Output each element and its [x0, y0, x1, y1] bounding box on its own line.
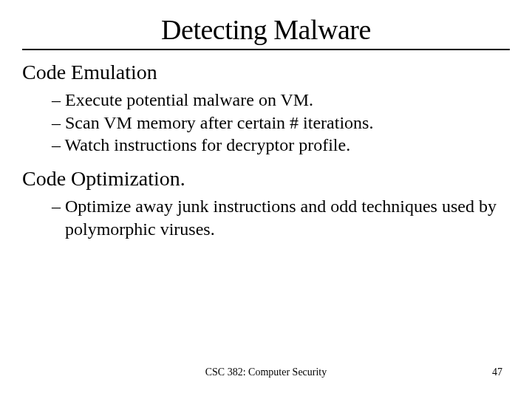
bullet-item: Scan VM memory after certain # iteration… — [52, 112, 510, 134]
bullet-item: Execute potential malware on VM. — [52, 89, 510, 112]
bullet-list-1: Execute potential malware on VM. Scan VM… — [22, 89, 510, 157]
section-heading-1: Code Emulation — [22, 61, 510, 84]
slide-container: Detecting Malware Code Emulation Execute… — [0, 0, 532, 399]
bullet-item: Watch instructions for decryptor profile… — [52, 134, 510, 157]
slide-footer: CSC 382: Computer Security 47 — [0, 366, 532, 378]
section-heading-2: Code Optimization. — [22, 167, 510, 191]
page-number: 47 — [492, 366, 502, 378]
title-underline — [22, 49, 510, 50]
footer-course: CSC 382: Computer Security — [30, 366, 502, 378]
bullet-list-2: Optimize away junk instructions and odd … — [22, 195, 510, 240]
slide-title: Detecting Malware — [22, 13, 510, 46]
bullet-item: Optimize away junk instructions and odd … — [52, 195, 510, 240]
